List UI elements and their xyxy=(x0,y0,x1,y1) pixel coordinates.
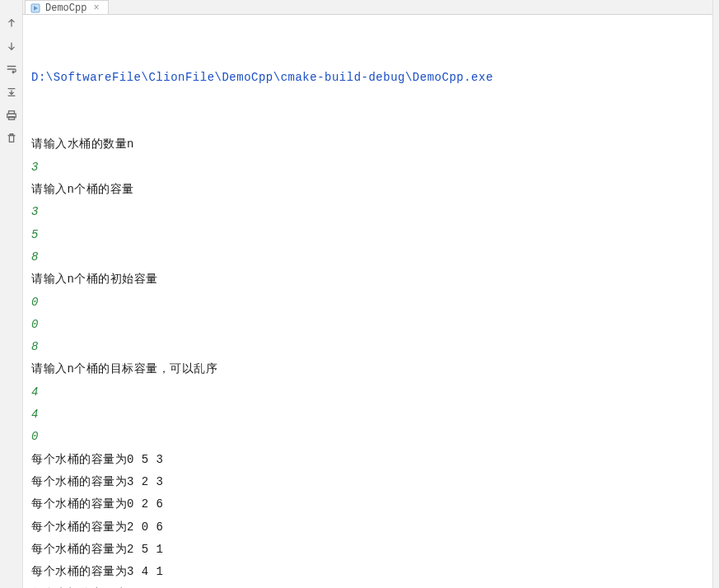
tab-label: DemoCpp xyxy=(45,2,86,14)
print-icon[interactable] xyxy=(5,109,18,122)
tab-close-icon[interactable]: × xyxy=(91,2,100,14)
tab-democpp[interactable]: DemoCpp × xyxy=(25,0,109,15)
user-input-line: 0 xyxy=(31,292,704,314)
output-line: 请输入n个桶的初始容量 xyxy=(31,268,704,291)
output-line: 每个水桶的容量为0 4 4 xyxy=(31,583,704,588)
user-input-line: 0 xyxy=(31,314,704,336)
user-input-line: 4 xyxy=(31,404,704,426)
user-input-line: 8 xyxy=(31,336,704,358)
arrow-down-icon[interactable] xyxy=(5,40,18,53)
output-line: 每个水桶的容量为0 2 6 xyxy=(31,493,704,516)
output-line: 每个水桶的容量为3 2 3 xyxy=(31,471,704,493)
user-input-line: 8 xyxy=(31,246,704,268)
tool-gutter xyxy=(0,0,23,588)
user-input-line: 5 xyxy=(31,224,704,246)
output-line: 每个水桶的容量为3 4 1 xyxy=(31,561,704,583)
output-line: 请输入水桶的数量n xyxy=(31,133,704,156)
scroll-to-end-icon[interactable] xyxy=(5,86,18,99)
tab-bar: DemoCpp × xyxy=(23,0,712,15)
arrow-up-icon[interactable] xyxy=(5,16,18,30)
run-config-icon xyxy=(30,3,40,13)
soft-wrap-icon[interactable] xyxy=(5,63,18,76)
main-area: DemoCpp × D:\SoftwareFile\ClionFile\Demo… xyxy=(23,0,712,588)
svg-rect-2 xyxy=(8,117,14,120)
user-input-line: 0 xyxy=(31,426,704,448)
output-line: 每个水桶的容量为0 5 3 xyxy=(31,449,704,471)
trash-icon[interactable] xyxy=(5,132,18,145)
exe-path: D:\SoftwareFile\ClionFile\DemoCpp\cmake-… xyxy=(31,67,704,89)
output-line: 请输入n个桶的目标容量，可以乱序 xyxy=(31,358,704,380)
console-lines: 请输入水桶的数量n3请输入n个桶的容量358请输入n个桶的初始容量008请输入n… xyxy=(31,133,704,588)
output-line: 请输入n个桶的容量 xyxy=(31,179,704,201)
console-output[interactable]: D:\SoftwareFile\ClionFile\DemoCpp\cmake-… xyxy=(23,15,712,588)
right-strip xyxy=(712,0,719,588)
output-line: 每个水桶的容量为2 0 6 xyxy=(31,516,704,539)
user-input-line: 3 xyxy=(31,201,704,223)
output-line: 每个水桶的容量为2 5 1 xyxy=(31,539,704,561)
user-input-line: 3 xyxy=(31,156,704,179)
user-input-line: 4 xyxy=(31,381,704,404)
